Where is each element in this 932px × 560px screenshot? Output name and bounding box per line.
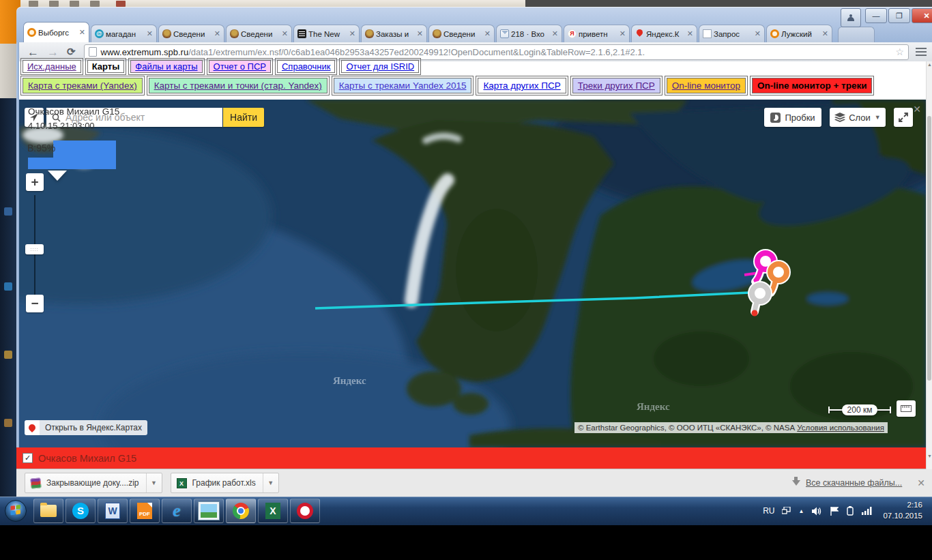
tab-yandex-maps[interactable]: Яндекс.К ✕ [631, 25, 697, 42]
minimize-button[interactable]: — [865, 8, 887, 23]
reload-button[interactable]: ⟳ [67, 46, 76, 58]
taskbar-chrome-button[interactable] [226, 499, 256, 523]
link-directory[interactable]: Справочник [277, 60, 336, 73]
link-maps-tracks-2015[interactable]: Карты с треками Yandex 2015 [334, 78, 472, 93]
address-bar[interactable]: www.extremum.spb.ru /data1/extremum/ex.n… [84, 44, 909, 60]
tab-label: Сведени [241, 30, 280, 38]
terms-of-use-link[interactable]: Условия использования [797, 424, 884, 432]
start-button[interactable] [0, 497, 31, 525]
link-maps-current[interactable]: Карты [87, 60, 125, 73]
download-dropdown-chevron[interactable]: ▼ [146, 473, 162, 492]
scrollbar-up-arrow[interactable]: ▲ [927, 61, 932, 68]
download-item-xls[interactable]: X График работ.xls ▼ [171, 473, 279, 493]
balloon-highlight [53, 141, 116, 158]
forward-button[interactable]: → [47, 46, 59, 58]
tab-close-icon[interactable]: ✕ [214, 30, 220, 38]
tab-close-icon[interactable]: ✕ [147, 30, 153, 38]
desktop-icon[interactable] [4, 282, 12, 291]
layers-button[interactable]: Слои ▼ [830, 108, 886, 127]
ruler-button[interactable] [897, 400, 916, 417]
scrollbar-down-arrow[interactable]: ▼ [927, 453, 932, 460]
tab-close-icon[interactable]: ✕ [687, 30, 693, 38]
link-other-psr-tracks[interactable]: Треки других ПСР [572, 78, 660, 93]
scrollbar-thumb[interactable] [927, 116, 931, 381]
tab-close-icon[interactable]: ✕ [755, 30, 761, 38]
close-button[interactable]: ✕ [912, 8, 932, 23]
taskbar-opera-button[interactable] [290, 499, 320, 523]
link-maps-tracks-points-old[interactable]: Карты с треками и точки (стар. Yandex) [149, 78, 327, 93]
track-checkbox[interactable]: ✓ [23, 453, 33, 463]
ruler-icon [901, 405, 912, 412]
tab-label: приветн [579, 30, 617, 38]
tab-close-icon[interactable]: ✕ [79, 29, 85, 36]
all-downloads-link[interactable]: Все скачанные файлы... [806, 478, 902, 488]
layout-icon[interactable] [782, 507, 791, 515]
taskbar-skype-button[interactable]: S [65, 499, 96, 523]
page-scrollbar[interactable]: ▲ ▼ [926, 61, 932, 469]
tab-mail[interactable]: 218 · Вхо ✕ [496, 25, 562, 42]
at-icon: @ [95, 29, 104, 38]
traffic-button[interactable]: Пробки [764, 108, 821, 127]
download-item-zip[interactable]: Закрывающие доку....zip ▼ [25, 473, 162, 493]
taskbar-clock[interactable]: 2:16 07.10.2015 [883, 500, 922, 521]
open-in-yandex-maps-button[interactable]: Открыть в Яндекс.Картах [25, 420, 147, 435]
tab-luzhsky[interactable]: Лужский ✕ [766, 25, 832, 42]
download-dropdown-chevron[interactable]: ▼ [263, 473, 278, 492]
taskbar-excel-button[interactable]: X [258, 499, 288, 523]
tab-privet[interactable]: Я приветн ✕ [564, 25, 630, 42]
network-signal-icon[interactable] [862, 507, 872, 515]
tab-close-icon[interactable]: ✕ [552, 30, 558, 38]
desktop-icon[interactable] [4, 351, 12, 359]
taskbar-word-button[interactable]: W [98, 499, 128, 523]
taskbar-ie-button[interactable]: e [162, 499, 192, 523]
tab-svedeniya-1[interactable]: Сведени ✕ [158, 25, 224, 42]
desktop-icon[interactable] [4, 207, 12, 216]
balloon-close-icon[interactable]: ✕ [913, 104, 921, 115]
taskbar-pdf-button[interactable]: PDF [130, 499, 160, 523]
map-canvas[interactable]: Найти Пробки Слои ▼ + :::: − Очкасов Мих… [19, 100, 926, 447]
back-button[interactable]: ← [27, 46, 39, 58]
tab-zakazy[interactable]: Заказы и ✕ [361, 25, 427, 42]
tab-svedeniya-2[interactable]: Сведени ✕ [226, 25, 292, 42]
new-tab-button[interactable] [838, 27, 875, 42]
maximize-button[interactable]: ❐ [888, 8, 910, 23]
link-online-monitor-tracks[interactable]: On-line монитор + треки [752, 78, 873, 93]
tab-zapros[interactable]: Запрос ✕ [699, 25, 765, 42]
tab-close-icon[interactable]: ✕ [620, 30, 626, 38]
hidden-icons-arrow[interactable]: ▲ [799, 508, 804, 514]
fullscreen-button[interactable] [894, 108, 913, 127]
browser-menu-icon[interactable] [916, 48, 927, 57]
download-filename: График работ.xls [187, 478, 263, 488]
map-pin-icon [635, 29, 644, 38]
zoom-slider-handle[interactable]: :::: [25, 244, 44, 254]
tab-close-icon[interactable]: ✕ [282, 30, 288, 38]
taskbar-photo-viewer-button[interactable] [194, 499, 224, 523]
find-button[interactable]: Найти [223, 108, 264, 127]
action-center-flag-icon[interactable] [830, 507, 839, 516]
link-source-data[interactable]: Исх.данные [23, 60, 81, 73]
volume-icon[interactable] [812, 507, 822, 516]
bookmark-star-icon[interactable]: ☆ [895, 46, 904, 57]
tab-magadan[interactable]: @ магадан ✕ [91, 25, 157, 42]
zoom-out-button[interactable]: − [26, 295, 44, 312]
tab-close-icon[interactable]: ✕ [417, 30, 423, 38]
taskbar-explorer-button[interactable] [33, 499, 63, 523]
link-isrid-report[interactable]: Отчет для ISRID [341, 60, 419, 73]
link-other-psr-map[interactable]: Карта других ПСР [478, 78, 566, 93]
tab-close-icon[interactable]: ✕ [822, 30, 828, 38]
link-online-monitor[interactable]: On-line монитор [667, 78, 746, 93]
zoom-in-button[interactable]: + [26, 173, 44, 191]
downloads-bar-close-icon[interactable]: ✕ [917, 477, 925, 488]
link-files-maps[interactable]: Файлы и карты [130, 60, 202, 73]
profile-button[interactable] [841, 8, 861, 27]
tab-the-new[interactable]: The New ✕ [293, 25, 360, 42]
tab-close-icon[interactable]: ✕ [484, 30, 491, 38]
tab-close-icon[interactable]: ✕ [349, 30, 355, 38]
battery-icon[interactable] [847, 506, 854, 516]
link-map-tracks-yandex[interactable]: Карта с треками (Yandex) [23, 78, 143, 93]
tab-svedeniya-3[interactable]: Сведени ✕ [428, 25, 495, 42]
desktop-icon[interactable] [4, 419, 12, 427]
link-psr-report[interactable]: Отчет о ПСР [209, 60, 271, 73]
language-indicator[interactable]: RU [763, 506, 774, 516]
tab-vyborg[interactable]: Выборгс ✕ [23, 22, 89, 42]
